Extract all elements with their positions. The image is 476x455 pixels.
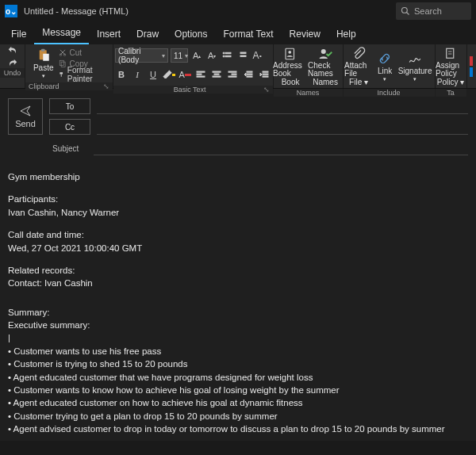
svg-rect-29: [263, 71, 268, 72]
cut-icon: [59, 48, 67, 56]
group-label-tags: Ta: [447, 89, 455, 97]
font-size-select[interactable]: 11▾: [171, 48, 188, 63]
signature-button[interactable]: Signature ▾: [397, 47, 433, 86]
svg-rect-15: [240, 52, 246, 53]
grow-font-button[interactable]: A▴: [190, 49, 203, 62]
decrease-indent-button[interactable]: [242, 68, 255, 81]
svg-rect-14: [225, 55, 231, 56]
bullet-item: • Customer wants to know how to achieve …: [8, 384, 468, 396]
address-book-button[interactable]: Address Book Book: [273, 47, 308, 86]
svg-rect-20: [213, 71, 221, 72]
bullet-item: • Customer trying to get a plan to drop …: [8, 411, 468, 422]
svg-rect-23: [228, 71, 236, 72]
svg-rect-28: [247, 76, 252, 77]
assign-policy-icon: [443, 47, 458, 61]
svg-rect-32: [286, 48, 294, 59]
signature-icon: [408, 52, 422, 66]
styles-button[interactable]: Aₒ: [251, 49, 263, 62]
numbering-button[interactable]: [236, 49, 248, 62]
subject-row: Subject: [0, 140, 476, 160]
svg-rect-27: [247, 74, 252, 75]
underline-button[interactable]: U: [147, 68, 159, 81]
svg-rect-3: [41, 48, 45, 51]
group-label-basic-text: Basic Text: [174, 86, 206, 94]
svg-rect-18: [197, 74, 202, 75]
clipboard-launcher[interactable]: ⤡: [103, 82, 109, 90]
subject-field[interactable]: [94, 141, 468, 155]
align-center-button[interactable]: [210, 68, 223, 81]
paste-button[interactable]: Paste ▾: [30, 47, 57, 80]
send-icon: [19, 105, 32, 117]
svg-point-34: [321, 49, 326, 54]
group-label-include: Include: [378, 89, 401, 97]
format-painter-button[interactable]: Format Painter: [57, 69, 108, 80]
bullet-item: • Customer wants to use his free pass: [8, 346, 468, 357]
redo-icon[interactable]: [7, 57, 18, 68]
svg-point-33: [288, 51, 291, 54]
svg-rect-35: [447, 48, 454, 58]
tab-review[interactable]: Review: [282, 25, 328, 44]
assign-policy-button[interactable]: Assign Policy Policy ▾: [436, 47, 466, 86]
svg-rect-10: [60, 75, 61, 77]
highlight-button[interactable]: [163, 68, 175, 81]
svg-point-11: [223, 52, 225, 54]
exec-summary-line: Executive summary:: [8, 319, 468, 331]
bullets-button[interactable]: [221, 49, 233, 62]
svg-line-1: [407, 13, 409, 15]
search-icon: [401, 6, 410, 16]
bullet-item: • Agent educated customer on how to achi…: [8, 397, 468, 408]
message-body[interactable]: Gym membership Participants: Ivan Cashin…: [0, 160, 476, 441]
to-field[interactable]: [97, 98, 468, 114]
svg-rect-19: [197, 76, 205, 77]
svg-rect-22: [213, 76, 221, 77]
align-left-button[interactable]: [194, 68, 207, 81]
svg-rect-24: [232, 74, 236, 75]
tab-insert[interactable]: Insert: [89, 25, 129, 44]
tab-message[interactable]: Message: [34, 23, 89, 44]
svg-rect-31: [263, 76, 268, 77]
shrink-font-button[interactable]: A▾: [205, 49, 218, 62]
format-painter-icon: [59, 71, 64, 78]
calldate-header: Call date and time:: [8, 229, 468, 240]
font-color-button[interactable]: A: [178, 68, 191, 81]
bullet-item: • Agent advised customer to drop in toda…: [8, 423, 468, 434]
link-button[interactable]: Link ▾: [373, 47, 397, 86]
related-line: Contact: Ivan Cashin: [8, 277, 468, 289]
send-button[interactable]: Send: [8, 98, 43, 135]
cc-button[interactable]: Cc: [49, 119, 90, 135]
svg-rect-17: [197, 71, 205, 72]
link-icon: [378, 52, 392, 66]
check-names-button[interactable]: Check Names Names: [308, 47, 343, 86]
tab-help[interactable]: Help: [328, 25, 364, 44]
italic-button[interactable]: I: [131, 68, 144, 81]
svg-rect-16: [240, 55, 246, 56]
participants-line: Ivan Cashin, Nancy Warner: [8, 207, 468, 218]
svg-point-13: [223, 55, 225, 57]
font-name-select[interactable]: Calibri (Body▾: [115, 48, 168, 63]
cut-button[interactable]: Cut: [57, 47, 108, 58]
paste-icon: [36, 48, 51, 63]
copy-icon: [59, 59, 67, 67]
bold-button[interactable]: B: [115, 68, 128, 81]
highlight-icon: [163, 69, 172, 78]
tab-draw[interactable]: Draw: [129, 25, 167, 44]
search-box[interactable]: Search: [396, 2, 471, 20]
tab-format-text[interactable]: Format Text: [215, 25, 281, 44]
cc-field[interactable]: [97, 119, 468, 135]
svg-rect-21: [214, 74, 219, 75]
attach-file-button[interactable]: Attach File File ▾: [344, 47, 373, 86]
svg-rect-7: [60, 60, 63, 65]
tab-options[interactable]: Options: [167, 25, 215, 44]
ribbon: Undo Paste ▾ Cut Copy Format Painter Cli…: [0, 44, 476, 89]
svg-rect-12: [225, 52, 231, 53]
ribbon-overflow: [467, 44, 476, 88]
menu-bar: File Message Insert Draw Options Format …: [0, 22, 476, 44]
undo-icon[interactable]: [7, 44, 18, 55]
to-button[interactable]: To: [49, 98, 90, 114]
subject-label: Subject: [52, 144, 94, 153]
calldate-line: Wed, 27 Oct 2021 10:00:40 GMT: [8, 243, 468, 254]
group-label-names: Names: [297, 89, 320, 97]
tab-file[interactable]: File: [3, 25, 34, 44]
align-right-button[interactable]: [226, 68, 239, 81]
svg-point-0: [402, 8, 408, 13]
